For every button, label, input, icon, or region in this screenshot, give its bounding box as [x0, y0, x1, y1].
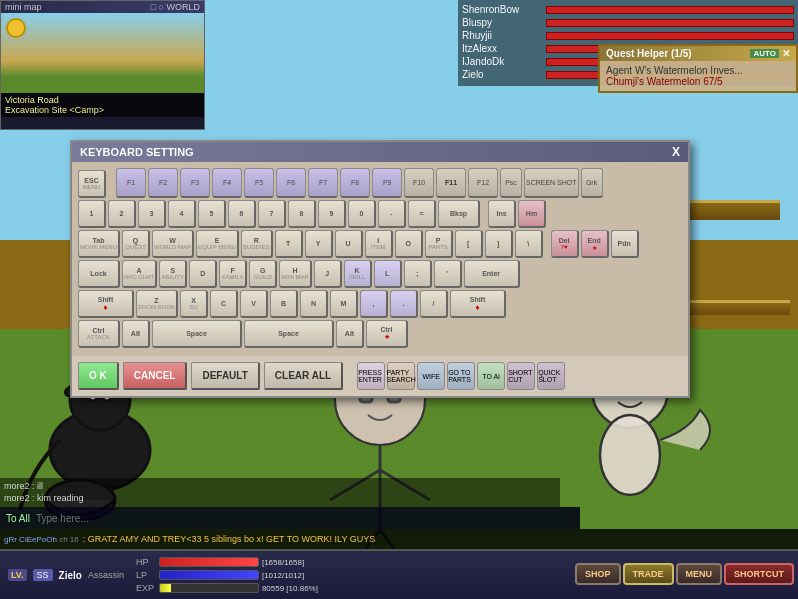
- key-f4[interactable]: F4: [212, 168, 242, 198]
- key-9[interactable]: 9: [318, 200, 346, 228]
- quickslot-2[interactable]: PARTY SEARCH: [387, 362, 415, 390]
- key-o[interactable]: O: [395, 230, 423, 258]
- key-w[interactable]: WWORLD MAP: [152, 230, 194, 258]
- key-del[interactable]: Del7♥: [551, 230, 579, 258]
- key-shift-left[interactable]: Shift♦: [78, 290, 134, 318]
- key-i[interactable]: IITEM: [365, 230, 393, 258]
- chat-input-field[interactable]: [36, 513, 580, 524]
- shop-button[interactable]: SHOP: [575, 563, 621, 585]
- key-q[interactable]: QQUEST: [122, 230, 150, 258]
- key-f3[interactable]: F3: [180, 168, 210, 198]
- cancel-button[interactable]: CANCEL: [123, 362, 188, 390]
- key-alt-right[interactable]: Alt: [336, 320, 364, 348]
- key-d[interactable]: D: [189, 260, 217, 288]
- key-l[interactable]: L: [374, 260, 402, 288]
- quickslot-4[interactable]: GO TO PARTS: [447, 362, 475, 390]
- key-psc[interactable]: Psc: [500, 168, 522, 198]
- key-5[interactable]: 5: [198, 200, 226, 228]
- menu-button[interactable]: MENU: [676, 563, 723, 585]
- player-hp-bar: [546, 32, 794, 40]
- key-f11[interactable]: F11: [436, 168, 466, 198]
- key-8[interactable]: 8: [288, 200, 316, 228]
- quickslot-6[interactable]: SHORT CUT: [507, 362, 535, 390]
- shortcut-button[interactable]: SHORTCUT: [724, 563, 794, 585]
- key-k[interactable]: KSKILL: [344, 260, 372, 288]
- key-lock[interactable]: Lock: [78, 260, 120, 288]
- key-semicolon[interactable]: ;: [404, 260, 432, 288]
- key-f12[interactable]: F12: [468, 168, 498, 198]
- key-enter[interactable]: Enter: [464, 260, 520, 288]
- hp-value: [1658/1658]: [262, 558, 304, 567]
- key-esc[interactable]: ESCMENU: [78, 170, 106, 198]
- key-a[interactable]: ANPC CHAT: [122, 260, 157, 288]
- key-b[interactable]: B: [270, 290, 298, 318]
- key-f7[interactable]: F7: [308, 168, 338, 198]
- key-7[interactable]: 7: [258, 200, 286, 228]
- key-end[interactable]: End★: [581, 230, 609, 258]
- clear-all-button[interactable]: CLEAR ALL: [264, 362, 343, 390]
- quest-auto-button[interactable]: AUTO: [750, 49, 779, 58]
- default-button[interactable]: DEFAULT: [191, 362, 259, 390]
- key-x[interactable]: XSU: [180, 290, 208, 318]
- key-rbracket[interactable]: ]: [485, 230, 513, 258]
- key-ins[interactable]: Ins: [488, 200, 516, 228]
- key-v[interactable]: V: [240, 290, 268, 318]
- quickslot-7[interactable]: QUICK SLOT: [537, 362, 565, 390]
- key-backslash[interactable]: \: [515, 230, 543, 258]
- key-lbracket[interactable]: [: [455, 230, 483, 258]
- key-quote[interactable]: ': [434, 260, 462, 288]
- key-f[interactable]: FFAMILY: [219, 260, 247, 288]
- key-pdn[interactable]: Pdn: [611, 230, 639, 258]
- key-g[interactable]: GGUILD: [249, 260, 277, 288]
- key-4[interactable]: 4: [168, 200, 196, 228]
- key-space-right[interactable]: Space: [244, 320, 334, 348]
- key-p[interactable]: PPARTS: [425, 230, 453, 258]
- key-m[interactable]: M: [330, 290, 358, 318]
- key-r[interactable]: RBUDDIES: [241, 230, 273, 258]
- key-f10[interactable]: F10: [404, 168, 434, 198]
- quickslot-3[interactable]: WIFE: [417, 362, 445, 390]
- quickslot-5[interactable]: TO AI: [477, 362, 505, 390]
- key-ctrl-left[interactable]: CtrlATTACK: [78, 320, 120, 348]
- key-1[interactable]: 1: [78, 200, 106, 228]
- key-h[interactable]: HMINI MAP: [279, 260, 311, 288]
- key-ctrl-right[interactable]: Ctrl★: [366, 320, 408, 348]
- key-2[interactable]: 2: [108, 200, 136, 228]
- key-u[interactable]: U: [335, 230, 363, 258]
- key-comma[interactable]: ,: [360, 290, 388, 318]
- quickslot-1[interactable]: PRESS ENTER: [357, 362, 385, 390]
- key-f5[interactable]: F5: [244, 168, 274, 198]
- key-minus[interactable]: -: [378, 200, 406, 228]
- key-grk[interactable]: Grk: [581, 168, 603, 198]
- key-0[interactable]: 0: [348, 200, 376, 228]
- key-bksp[interactable]: Bksp: [438, 200, 480, 228]
- key-f1[interactable]: F1: [116, 168, 146, 198]
- keyboard-close-button[interactable]: X: [672, 145, 680, 159]
- key-screenshot[interactable]: SCREEN SHOT: [524, 168, 579, 198]
- key-s[interactable]: SABILITY: [159, 260, 187, 288]
- quest-close-button[interactable]: ✕: [782, 48, 790, 59]
- key-e[interactable]: EEQUIP MENU: [196, 230, 239, 258]
- key-hm[interactable]: Hm: [518, 200, 546, 228]
- trade-button[interactable]: TRADE: [623, 563, 674, 585]
- key-n[interactable]: N: [300, 290, 328, 318]
- key-slash[interactable]: /: [420, 290, 448, 318]
- key-6[interactable]: 6: [228, 200, 256, 228]
- key-shift-right[interactable]: Shift♦: [450, 290, 506, 318]
- key-period[interactable]: .: [390, 290, 418, 318]
- key-y[interactable]: Y: [305, 230, 333, 258]
- key-z[interactable]: ZZOOM BOOK: [136, 290, 178, 318]
- key-3[interactable]: 3: [138, 200, 166, 228]
- key-c[interactable]: C: [210, 290, 238, 318]
- key-tab[interactable]: TabMOVE MENU: [78, 230, 120, 258]
- ok-button[interactable]: O K: [78, 362, 119, 390]
- key-f8[interactable]: F8: [340, 168, 370, 198]
- key-f6[interactable]: F6: [276, 168, 306, 198]
- key-j[interactable]: J: [314, 260, 342, 288]
- key-equals[interactable]: =: [408, 200, 436, 228]
- key-space-left[interactable]: Space: [152, 320, 242, 348]
- key-alt-left[interactable]: Alt: [122, 320, 150, 348]
- key-f2[interactable]: F2: [148, 168, 178, 198]
- key-f9[interactable]: F9: [372, 168, 402, 198]
- key-t[interactable]: T: [275, 230, 303, 258]
